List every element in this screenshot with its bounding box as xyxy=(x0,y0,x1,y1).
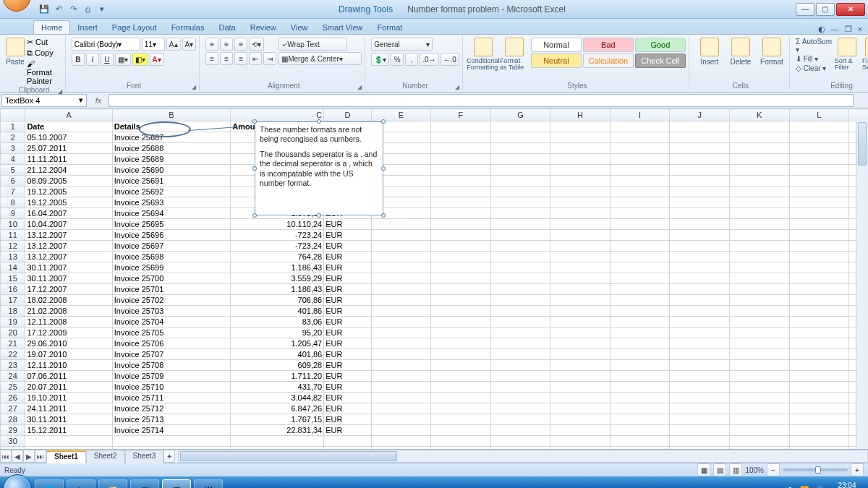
system-tray[interactable]: ▴ ⚑ 📶 🔊 23:0429/05/2012 xyxy=(778,481,865,488)
cell[interactable] xyxy=(610,241,670,252)
align-top-icon[interactable]: ≡ xyxy=(205,38,218,51)
fill-color-button[interactable]: ◧▾ xyxy=(132,53,148,66)
cell[interactable] xyxy=(789,252,849,262)
copy-button[interactable]: ⧉ Copy xyxy=(27,48,54,58)
cell[interactable] xyxy=(431,403,491,414)
cell[interactable] xyxy=(550,154,610,165)
cell[interactable]: Invoice 25698 xyxy=(112,252,230,262)
callout-textbox[interactable]: These number formats are not being recon… xyxy=(255,121,383,215)
cell[interactable] xyxy=(490,132,550,143)
cell[interactable] xyxy=(550,241,610,252)
cell[interactable] xyxy=(670,262,730,273)
format-painter-button[interactable]: 🖌 Format Painter xyxy=(27,59,62,85)
cell[interactable]: 10.04.2007 xyxy=(25,219,112,230)
cell[interactable] xyxy=(371,252,431,262)
cell[interactable] xyxy=(490,284,550,295)
tray-network-icon[interactable]: 📶 xyxy=(800,486,809,489)
tab-home[interactable]: Home xyxy=(33,20,70,34)
row-header[interactable]: 26 xyxy=(1,393,25,403)
cell[interactable] xyxy=(324,436,371,447)
cell[interactable]: Invoice 25703 xyxy=(112,306,230,317)
cell[interactable]: EUR xyxy=(324,349,371,360)
cell[interactable]: 25.07.2011 xyxy=(25,143,112,154)
row-header[interactable]: 23 xyxy=(1,360,25,371)
cell[interactable] xyxy=(729,382,789,393)
merge-center-button[interactable]: ▦ Merge & Center ▾ xyxy=(278,52,362,65)
cell[interactable] xyxy=(610,425,670,436)
cell[interactable] xyxy=(610,338,670,349)
cell[interactable] xyxy=(610,295,670,306)
number-format-combo[interactable]: General ▾ xyxy=(371,38,433,51)
cell[interactable]: EUR xyxy=(324,393,371,403)
spreadsheet-grid[interactable]: ABCDEFGHIJKLMNOPQRSTUV 1DateDetailsAmoun… xyxy=(0,108,868,450)
cell[interactable]: 12.11.2010 xyxy=(25,360,112,371)
row-header[interactable]: 17 xyxy=(1,295,25,306)
tab-format[interactable]: Format xyxy=(370,21,410,34)
row-header[interactable]: 14 xyxy=(1,262,25,273)
row-header[interactable]: 9 xyxy=(1,208,25,219)
cell[interactable]: EUR xyxy=(324,317,371,328)
cell[interactable] xyxy=(550,371,610,382)
cell-styles-gallery[interactable]: NormalBadGoodNeutralCalculationCheck Cel… xyxy=(531,38,686,71)
select-all-corner[interactable] xyxy=(1,109,25,121)
sheet-tab-sheet1[interactable]: Sheet1 xyxy=(46,450,86,463)
cell[interactable] xyxy=(610,306,670,317)
cell[interactable]: Invoice 25707 xyxy=(112,349,230,360)
find-select-button[interactable]: Find & Select xyxy=(862,38,868,72)
cell[interactable] xyxy=(550,208,610,219)
cell[interactable] xyxy=(789,241,849,252)
cell[interactable] xyxy=(610,208,670,219)
cell[interactable] xyxy=(431,241,491,252)
zoom-slider[interactable] xyxy=(783,468,848,471)
cell[interactable] xyxy=(610,393,670,403)
cell[interactable] xyxy=(610,262,670,273)
resize-handle[interactable] xyxy=(252,213,257,218)
cell[interactable] xyxy=(789,295,849,306)
cell[interactable] xyxy=(670,273,730,284)
cell[interactable] xyxy=(371,338,431,349)
underline-button[interactable]: U xyxy=(101,53,114,66)
row-header[interactable]: 18 xyxy=(1,306,25,317)
cell[interactable]: 12.11.2008 xyxy=(25,317,112,328)
decrease-indent-icon[interactable]: ⇤ xyxy=(249,52,262,65)
dialog-launcher-icon[interactable]: ◢ xyxy=(357,84,362,90)
row-header[interactable]: 1 xyxy=(1,121,25,132)
cell[interactable] xyxy=(729,187,789,197)
dialog-launcher-icon[interactable]: ◢ xyxy=(58,88,62,95)
cell[interactable]: 30.11.2011 xyxy=(25,414,112,425)
cell[interactable] xyxy=(610,165,670,176)
cell[interactable]: Invoice 25710 xyxy=(112,382,230,393)
cell[interactable] xyxy=(670,219,730,230)
style-check-cell[interactable]: Check Cell xyxy=(635,53,686,68)
slider-thumb[interactable] xyxy=(815,466,821,474)
accounting-format-icon[interactable]: 💲▾ xyxy=(371,53,389,66)
cell[interactable] xyxy=(670,403,730,414)
cell[interactable]: EUR xyxy=(324,338,371,349)
cell[interactable] xyxy=(729,328,789,338)
font-color-button[interactable]: A▾ xyxy=(150,53,164,66)
cell[interactable]: Invoice 25708 xyxy=(112,360,230,371)
cell[interactable] xyxy=(670,425,730,436)
cell[interactable] xyxy=(431,219,491,230)
cell[interactable]: 19.12.2005 xyxy=(25,187,112,197)
column-header[interactable]: M xyxy=(849,109,868,121)
taskbar-clock[interactable]: 23:0429/05/2012 xyxy=(829,481,865,488)
cell[interactable] xyxy=(490,241,550,252)
cell[interactable] xyxy=(431,317,491,328)
cell[interactable] xyxy=(490,360,550,371)
cell[interactable] xyxy=(490,436,550,447)
comma-format-icon[interactable]: , xyxy=(405,53,418,66)
cell[interactable]: Invoice 25711 xyxy=(112,393,230,403)
cell[interactable]: EUR xyxy=(324,425,371,436)
cell[interactable] xyxy=(789,208,849,219)
cell[interactable]: 401,86 xyxy=(231,306,324,317)
cell[interactable]: Invoice 25697 xyxy=(112,241,230,252)
row-header[interactable]: 30 xyxy=(1,436,25,447)
cell[interactable]: Invoice 25694 xyxy=(112,208,230,219)
resize-handle[interactable] xyxy=(317,119,321,124)
view-layout-icon[interactable]: ▤ xyxy=(713,463,726,476)
cell[interactable] xyxy=(610,143,670,154)
cell[interactable] xyxy=(789,382,849,393)
cell[interactable] xyxy=(789,154,849,165)
cell[interactable] xyxy=(371,273,431,284)
